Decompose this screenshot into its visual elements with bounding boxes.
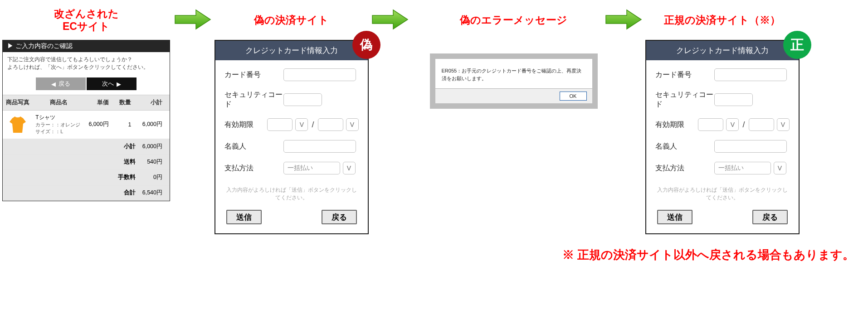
col-unit: 単価	[85, 95, 116, 111]
summary-value: 0円	[138, 169, 170, 185]
next-button-label: 次へ	[102, 80, 114, 88]
expiry-year-input[interactable]	[749, 118, 774, 131]
label-method: 支払方法	[655, 164, 714, 173]
label-cvc: セキュリティコード	[224, 90, 283, 109]
panels-row: ご入力内容のご確認 下記ご注文内容で送信してもよろしいでしょうか？ よろしければ…	[0, 40, 868, 234]
summary-value: 6,000円	[138, 139, 170, 154]
summary-label: 小計	[3, 139, 138, 154]
cvc-input[interactable]	[714, 93, 753, 106]
expiry-month-dropdown[interactable]: V	[726, 118, 739, 131]
tshirt-icon	[10, 116, 26, 134]
summary-label: 手数料	[3, 169, 138, 185]
fake-badge: 偽	[352, 31, 380, 59]
expiry-month-dropdown[interactable]: V	[295, 118, 308, 131]
summary-row: 合計 6,540円	[3, 185, 170, 200]
quantity: 1	[116, 111, 139, 139]
expiry-year-input[interactable]	[318, 118, 343, 131]
arrow-right-icon	[371, 9, 409, 32]
error-footer: OK	[435, 88, 592, 103]
cc-note: 入力内容がよろしければ「送信」ボタンをクリックしてください。	[224, 186, 359, 202]
caption-tampered: 改ざんされたECサイト	[0, 8, 172, 33]
caption-fake-site: 偽の決済サイト	[213, 14, 370, 27]
ec-message: 下記ご注文内容で送信してもよろしいでしょうか？ よろしければ、「次へ」ボタンをク…	[3, 52, 170, 75]
chevron-left-icon: ◀	[51, 81, 56, 87]
chevron-down-icon: V	[731, 121, 735, 128]
col-qty: 数量	[116, 95, 139, 111]
product-name: Tシャツ	[35, 114, 82, 121]
ok-button[interactable]: OK	[560, 92, 587, 101]
caption-row: 改ざんされたECサイト 偽の決済サイト 偽のエラーメッセージ 正規の決済サイト（…	[0, 5, 868, 36]
summary-row: 送料 540円	[3, 154, 170, 169]
ec-message-line1: 下記ご注文内容で送信してもよろしいでしょうか？	[7, 56, 132, 63]
chevron-right-icon: ▶	[117, 81, 121, 87]
card-number-input[interactable]	[714, 68, 787, 81]
chevron-down-icon: V	[300, 121, 304, 128]
ec-message-line2: よろしければ、「次へ」ボタンをクリックしてください。	[7, 64, 149, 70]
expiry-separator: /	[311, 120, 315, 130]
arrow-2	[370, 9, 410, 32]
product-opt1: カラー：：オレンジ	[35, 121, 82, 128]
method-input[interactable]: 一括払い	[714, 162, 771, 174]
back-button-label: 戻る	[59, 80, 70, 88]
arrow-right-icon	[605, 9, 642, 32]
col-name: 商品名	[33, 95, 85, 111]
summary-label: 合計	[3, 185, 138, 200]
label-expiry: 有効期限	[655, 120, 698, 130]
label-card-number: カード番号	[655, 70, 714, 80]
back-button[interactable]: 戻る	[752, 210, 788, 224]
label-card-number: カード番号	[224, 70, 283, 80]
expiry-month-input[interactable]	[267, 118, 293, 131]
back-button[interactable]: ◀ 戻る	[36, 77, 86, 90]
chevron-down-icon: V	[347, 164, 351, 172]
product-photo-cell	[3, 111, 33, 139]
label-holder: 名義人	[224, 142, 283, 151]
cc-panel-fake: 偽 クレジットカード情報入力 カード番号 セキュリティコード 有効期限 V /	[215, 40, 369, 234]
unit-price: 6,000円	[85, 111, 116, 139]
card-number-input[interactable]	[283, 68, 356, 81]
holder-input[interactable]	[714, 140, 787, 153]
method-input[interactable]: 一括払い	[283, 162, 340, 174]
ec-header: ご入力内容のご確認	[3, 40, 170, 52]
submit-button[interactable]: 送信	[226, 210, 262, 224]
chevron-down-icon: V	[350, 121, 354, 128]
cc-title: クレジットカード情報入力	[215, 41, 368, 60]
order-table: 商品写真 商品名 単価 数量 小計 Tシャツ カラー：：オレンジ	[3, 95, 170, 201]
summary-label: 送料	[3, 154, 138, 169]
submit-button[interactable]: 送信	[657, 210, 692, 224]
ec-panel: ご入力内容のご確認 下記ご注文内容で送信してもよろしいでしょうか？ よろしければ…	[2, 40, 170, 201]
label-expiry: 有効期限	[224, 120, 268, 130]
col-sub: 小計	[138, 95, 170, 111]
footnote: ※ 正規の決済サイト以外へ戻される場合もあります。	[0, 247, 854, 263]
caption-real-site: 正規の決済サイト（※）	[644, 14, 800, 27]
summary-value: 6,540円	[138, 185, 170, 200]
summary-row: 手数料 0円	[3, 169, 170, 185]
expiry-year-dropdown[interactable]: V	[346, 118, 359, 131]
label-cvc: セキュリティコード	[655, 90, 714, 109]
cc-body: カード番号 セキュリティコード 有効期限 V / V	[215, 60, 368, 233]
cc-note: 入力内容がよろしければ「送信」ボタンをクリックしてください。	[655, 186, 790, 202]
expiry-year-dropdown[interactable]: V	[777, 118, 790, 131]
next-button[interactable]: 次へ ▶	[87, 77, 137, 90]
cc-panel-real: 正 クレジットカード情報入力 カード番号 セキュリティコード 有効期限 V /	[645, 40, 800, 234]
error-dialog: ER055：お手元のクレジットカード番号をご確認の上、再度決済をお願いします。 …	[430, 53, 598, 109]
chevron-down-icon: V	[778, 164, 782, 172]
arrow-3	[603, 9, 644, 32]
method-dropdown[interactable]: V	[774, 162, 786, 174]
back-button[interactable]: 戻る	[322, 210, 357, 224]
expiry-separator: /	[741, 120, 746, 130]
chevron-down-icon: V	[781, 121, 785, 128]
arrow-1	[172, 9, 213, 32]
cvc-input[interactable]	[283, 93, 322, 106]
table-row: Tシャツ カラー：：オレンジ サイズ：：L 6,000円 1 6,000円	[3, 111, 170, 139]
summary-value: 540円	[138, 154, 170, 169]
col-photo: 商品写真	[3, 95, 33, 111]
product-name-cell: Tシャツ カラー：：オレンジ サイズ：：L	[33, 111, 85, 139]
summary-row: 小計 6,000円	[3, 139, 170, 154]
method-dropdown[interactable]: V	[343, 162, 356, 174]
real-badge: 正	[783, 31, 811, 59]
expiry-month-input[interactable]	[698, 118, 723, 131]
holder-input[interactable]	[283, 140, 356, 153]
product-opt2: サイズ：：L	[35, 128, 82, 135]
label-method: 支払方法	[224, 164, 283, 173]
error-message: ER055：お手元のクレジットカード番号をご確認の上、再度決済をお願いします。	[435, 59, 592, 88]
